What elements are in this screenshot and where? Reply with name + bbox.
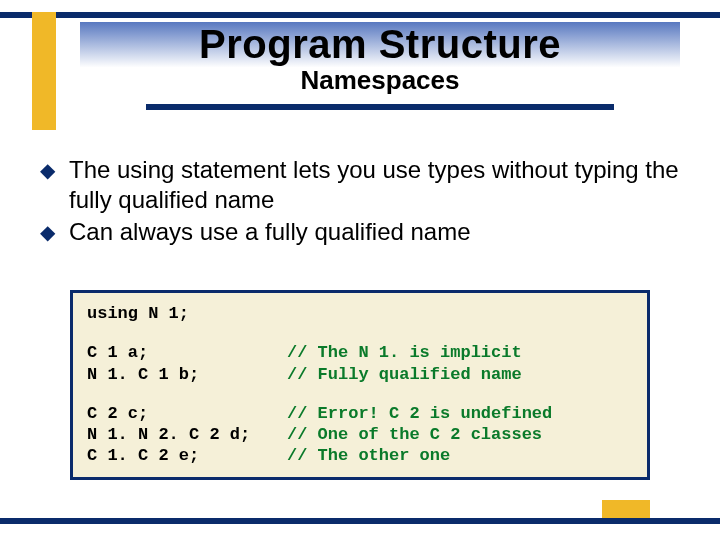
- bottom-border: [0, 518, 720, 524]
- list-item: ◆ Can always use a fully qualified name: [40, 217, 680, 247]
- code-line: using N 1;: [87, 303, 633, 324]
- title-underline: [146, 104, 614, 110]
- bullet-text: The using statement lets you use types w…: [69, 155, 680, 215]
- top-border: [0, 12, 720, 18]
- code-text: using N 1;: [87, 303, 189, 324]
- code-comment: // One of the C 2 classes: [287, 424, 542, 445]
- code-line: C 2 c; // Error! C 2 is undefined: [87, 403, 633, 424]
- bullet-icon: ◆: [40, 217, 55, 247]
- slide-subtitle: Namespaces: [90, 65, 670, 96]
- code-gap: [87, 385, 633, 403]
- code-text: C 1. C 2 e;: [87, 445, 287, 466]
- code-comment: // The other one: [287, 445, 450, 466]
- code-line: N 1. C 1 b; // Fully qualified name: [87, 364, 633, 385]
- code-text: N 1. N 2. C 2 d;: [87, 424, 287, 445]
- code-box: using N 1; C 1 a; // The N 1. is implici…: [70, 290, 650, 480]
- code-comment: // Error! C 2 is undefined: [287, 403, 552, 424]
- code-line: C 1. C 2 e; // The other one: [87, 445, 633, 466]
- code-text: N 1. C 1 b;: [87, 364, 287, 385]
- code-gap: [87, 324, 633, 342]
- code-text: C 2 c;: [87, 403, 287, 424]
- code-line: N 1. N 2. C 2 d; // One of the C 2 class…: [87, 424, 633, 445]
- side-accent: [32, 12, 56, 130]
- list-item: ◆ The using statement lets you use types…: [40, 155, 680, 215]
- code-comment: // Fully qualified name: [287, 364, 522, 385]
- code-text: C 1 a;: [87, 342, 287, 363]
- bullet-list: ◆ The using statement lets you use types…: [40, 155, 680, 249]
- code-line: C 1 a; // The N 1. is implicit: [87, 342, 633, 363]
- bullet-icon: ◆: [40, 155, 55, 185]
- title-gradient: Program Structure Namespaces: [80, 22, 680, 98]
- bullet-text: Can always use a fully qualified name: [69, 217, 471, 247]
- title-block: Program Structure Namespaces: [80, 22, 680, 110]
- slide-title: Program Structure: [90, 22, 670, 67]
- code-comment: // The N 1. is implicit: [287, 342, 522, 363]
